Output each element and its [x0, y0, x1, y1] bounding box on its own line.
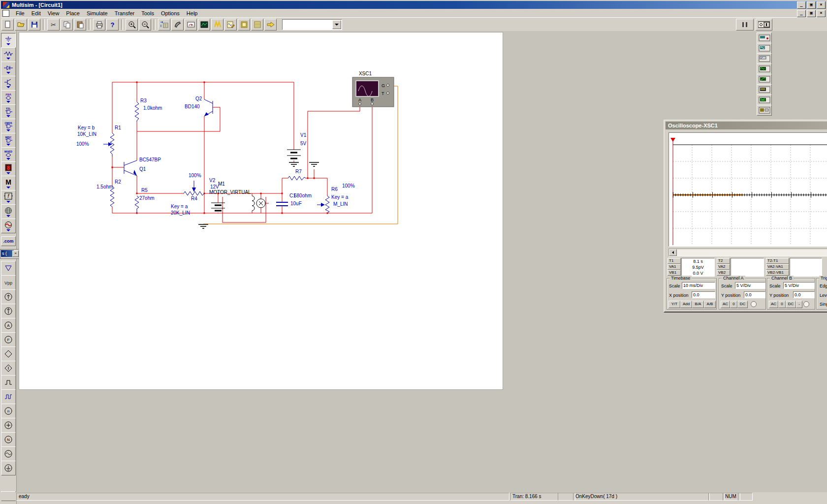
- xsc1-instrument[interactable]: G T A B XSC1: [352, 71, 394, 107]
- in-use-list-dropdown[interactable]: [332, 20, 341, 29]
- basic-group-button[interactable]: [1, 47, 16, 62]
- help-button[interactable]: ?: [106, 19, 119, 31]
- copy-button[interactable]: [61, 19, 73, 31]
- polynomial-source-button[interactable]: [1, 418, 16, 433]
- component-browser-button[interactable]: [158, 19, 170, 31]
- logic-analyzer-button[interactable]: [757, 94, 772, 105]
- word-generator-button[interactable]: [757, 84, 772, 95]
- noise-source-button[interactable]: N: [1, 432, 16, 447]
- postprocessor-button[interactable]: [224, 19, 237, 31]
- diodes-group-button[interactable]: [1, 62, 16, 76]
- channel-a-dc-button[interactable]: DC: [737, 301, 748, 308]
- channel-a-scale-input[interactable]: 5 V/Div: [735, 282, 765, 289]
- instrument-box-button[interactable]: [185, 19, 197, 31]
- vhdl-button[interactable]: [238, 19, 250, 31]
- nonlinear-source-button[interactable]: n: [1, 404, 16, 418]
- zoom-in-button[interactable]: [126, 19, 138, 31]
- controlled-current-source-button[interactable]: [1, 361, 16, 376]
- child-minimize-icon[interactable]: _: [797, 10, 806, 17]
- scope-scrollbar[interactable]: [668, 249, 827, 256]
- print-button[interactable]: [93, 19, 105, 31]
- oscilloscope-titlebar[interactable]: Oscilloscope-XSC1: [666, 122, 827, 129]
- cmos-group-button[interactable]: CMOS: [1, 119, 16, 133]
- timebase-xpos-input[interactable]: 0.0: [692, 291, 715, 298]
- ba-button[interactable]: B/A: [692, 301, 704, 308]
- logic-converter-button[interactable]: [757, 105, 772, 116]
- menu-file[interactable]: File: [12, 9, 28, 17]
- zoom-out-button[interactable]: [139, 19, 151, 31]
- channel-b-ypos-input[interactable]: 0.0: [793, 291, 815, 298]
- pause-simulation-button[interactable]: [736, 19, 754, 31]
- timebase-scale-input[interactable]: 10 ms/Div: [682, 282, 715, 289]
- menu-view[interactable]: View: [44, 9, 63, 17]
- electromechanical-group-button[interactable]: [1, 219, 16, 233]
- controls-group-button[interactable]: f: [1, 190, 16, 205]
- dc-voltage-source-button[interactable]: [1, 289, 16, 304]
- edaparts-button[interactable]: .com: [1, 236, 16, 246]
- fsk-source-button[interactable]: [1, 446, 16, 461]
- transfer-button[interactable]: [264, 19, 277, 31]
- in-use-list-combo[interactable]: [282, 19, 342, 30]
- probe-button[interactable]: [171, 19, 184, 31]
- ground-button[interactable]: [1, 261, 16, 276]
- am-source-button[interactable]: A: [1, 318, 16, 333]
- misc-digital-group-button[interactable]: MISC: [1, 133, 16, 148]
- yt-button[interactable]: Y/T: [668, 301, 680, 308]
- oscilloscope-button[interactable]: [757, 63, 772, 74]
- menu-tools[interactable]: Tools: [138, 9, 158, 17]
- fm-source-button[interactable]: F: [1, 332, 16, 347]
- ab-button[interactable]: A/B: [704, 301, 716, 308]
- bode-plotter-button[interactable]: [757, 74, 772, 85]
- child-restore-icon[interactable]: ▣: [807, 10, 816, 17]
- reports-button[interactable]: [251, 19, 263, 31]
- menu-edit[interactable]: Edit: [28, 9, 44, 17]
- channel-b-invert-button[interactable]: -: [796, 301, 802, 308]
- in-use-list-input[interactable]: [283, 20, 333, 28]
- analyses-button[interactable]: [211, 19, 223, 31]
- menu-simulate[interactable]: Simulate: [83, 9, 111, 17]
- channel-a-ypos-input[interactable]: 0.0: [744, 291, 765, 298]
- menu-transfer[interactable]: Transfer: [111, 9, 138, 17]
- wattmeter-button[interactable]: [757, 53, 772, 64]
- channel-a-0-button[interactable]: 0: [730, 301, 737, 308]
- pulse-source-button[interactable]: [1, 375, 16, 390]
- multimeter-button[interactable]: [757, 32, 772, 43]
- sources-group-button[interactable]: [1, 33, 16, 48]
- vpp-button[interactable]: Vpp: [1, 275, 16, 290]
- menu-help[interactable]: Help: [183, 9, 201, 17]
- close-icon[interactable]: ×: [12, 251, 19, 257]
- battery-v1[interactable]: [287, 150, 301, 158]
- cut-button[interactable]: ✂: [47, 19, 60, 31]
- reference-source-button[interactable]: [1, 461, 16, 475]
- child-close-icon[interactable]: ×: [817, 10, 826, 17]
- cursor1-handle[interactable]: [670, 138, 675, 142]
- scroll-left-button[interactable]: [669, 249, 677, 256]
- menu-options[interactable]: Options: [158, 9, 183, 17]
- open-button[interactable]: [15, 19, 27, 31]
- run-stop-switch[interactable]: [756, 19, 772, 31]
- new-button[interactable]: [1, 19, 14, 31]
- paste-button[interactable]: [74, 19, 86, 31]
- misc-group-button[interactable]: M: [1, 176, 16, 190]
- channel-b-dc-button[interactable]: DC: [786, 301, 796, 308]
- menu-place[interactable]: Place: [63, 9, 83, 17]
- restore-icon[interactable]: ▣: [807, 1, 816, 9]
- clock-source-button[interactable]: [1, 389, 16, 404]
- add-button[interactable]: Add: [680, 301, 692, 308]
- minimize-icon[interactable]: _: [797, 1, 806, 9]
- analog-group-button[interactable]: ANA: [1, 90, 16, 105]
- rf-group-button[interactable]: [1, 204, 16, 219]
- m1-motor[interactable]: [252, 196, 265, 211]
- transistors-group-button[interactable]: [1, 76, 16, 91]
- battery-v2[interactable]: [211, 203, 225, 211]
- close-icon[interactable]: ×: [817, 1, 826, 9]
- dc-current-source-button[interactable]: [1, 304, 16, 318]
- channel-b-ac-button[interactable]: AC: [769, 301, 778, 308]
- ttl-group-button[interactable]: TTL: [1, 104, 16, 119]
- indicators-group-button[interactable]: 8: [1, 161, 16, 176]
- channel-a-ac-button[interactable]: AC: [721, 301, 730, 308]
- channel-b-0-button[interactable]: 0: [778, 301, 786, 308]
- function-generator-button[interactable]: [757, 43, 772, 54]
- save-button[interactable]: [28, 19, 40, 31]
- channel-b-scale-input[interactable]: 5 V/Div: [783, 282, 815, 289]
